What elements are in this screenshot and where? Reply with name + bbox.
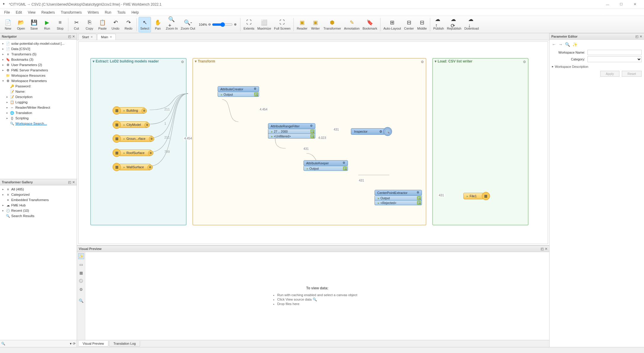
reader-groundsurface[interactable]: ▦▸Groun...rface⚙ [113,134,152,143]
menu-edit[interactable]: Edit [13,10,25,15]
preview-wand-icon[interactable]: ✨ [78,253,84,259]
transformer-attributerangefilter[interactable]: AttributeRangeFilter⚙ ▸27 .. 2000🔍 ▸<Unf… [268,123,315,139]
writer-file1[interactable]: ▸File1 ▦ [463,192,490,200]
reader-wallsurface[interactable]: ▦▸WallSurface⚙ [113,163,151,171]
gallery-item[interactable]: ▸🕘Recent (10) [1,208,76,213]
panel-dock-icon[interactable]: ◰ [68,180,71,184]
middle-button[interactable]: ⊟Middle [416,17,428,32]
nav-back-icon[interactable]: ← [552,42,556,47]
redo-button[interactable]: ↷Redo [122,17,135,32]
center-button[interactable]: ⊟Center [403,17,415,32]
add-bookmark-button[interactable]: 🔖Bookmark [361,17,378,32]
workspace-description-section[interactable]: ▸Workspace Description [552,65,642,68]
nav-item[interactable]: ▸≡Transformers (5) [1,52,76,57]
nav-item[interactable]: ▾⚙Workspace Parameters [1,78,76,84]
gear-icon[interactable]: ⚙ [379,130,382,134]
preview-table-icon[interactable]: ▦ [78,270,84,276]
apply-button[interactable]: Apply [600,71,620,77]
nav-item[interactable]: ▸⚙User Parameters (2) [1,62,76,68]
refresh-icon[interactable]: ⟳ [73,342,76,346]
inspect-icon[interactable]: 🔍 [254,92,258,97]
nav-options-icon[interactable]: ✨ [572,42,577,47]
open-button[interactable]: 📂Open [15,17,27,32]
gear-icon[interactable]: ⚙ [181,60,184,64]
inspect-icon[interactable]: 🔍 [417,201,421,205]
copy-button[interactable]: ⎘Copy [83,17,96,32]
republish-button[interactable]: ☁⟳Republish [446,17,462,32]
menu-help[interactable]: Help [129,10,142,15]
download-button[interactable]: ☁↓Download [463,17,480,32]
menu-tools[interactable]: Tools [114,10,129,15]
gallery-item[interactable]: ▸≡Categorized [1,192,76,197]
tab-start[interactable]: Start× [78,34,97,40]
nav-item[interactable]: ▸⚙FME Server Parameters [1,68,76,73]
canvas[interactable]: ▾Extract: LoD2 building models reader ⚙ … [78,41,548,244]
gear-icon[interactable]: ⚙ [310,124,314,128]
panel-dock-icon[interactable]: ◰ [68,35,71,38]
output-port-unfiltered[interactable]: ▸<Unfiltered>🔍 [268,134,315,139]
menu-writers[interactable]: Writers [85,10,102,15]
preview-source-icon[interactable]: 🔍 [78,298,84,304]
nav-item[interactable]: ▸{}Scripting [1,115,76,121]
tab-close-icon[interactable]: × [110,35,112,39]
nav-item[interactable]: ▸📋Logging [1,100,76,105]
reset-button[interactable]: Reset [622,71,642,77]
panel-close-icon[interactable]: ✕ [72,180,75,184]
transformer-attributecreator[interactable]: AttributeCreator⚙ ▸Output🔍 [218,86,259,97]
gallery-item[interactable]: ▸≡All (485) [1,187,76,192]
panel-dock-icon[interactable]: ◰ [541,247,544,251]
reader-citymodel[interactable]: ▦▸CityModel⚙ [113,121,148,129]
extents-button[interactable]: ⛶Extents [242,17,256,32]
menu-file[interactable]: File [1,10,13,15]
close-button[interactable]: ✕ [628,0,642,9]
tab-main[interactable]: Main× [97,34,116,40]
output-port[interactable]: ▸Output🔍 [375,196,422,200]
gear-icon[interactable]: ⚙ [523,60,526,64]
paste-button[interactable]: 📋Paste [96,17,109,32]
reader-building[interactable]: ▦▸Building⚙ [113,106,145,115]
add-writer-button[interactable]: ▣Writer [309,17,322,32]
add-reader-button[interactable]: ▣Reader [295,17,309,32]
reader-roofsurface[interactable]: ▦▸RoofSurface⚙ [113,149,151,157]
transformer-attributekeeper[interactable]: AttributeKeeper⚙ ▸Output🔍 [303,160,348,171]
maximize-view-button[interactable]: ⬜Maximize [256,17,272,32]
nav-item[interactable]: ▸↔Reader/Writer Redirect [1,105,76,110]
gallery-search-input[interactable] [7,341,69,346]
nav-item[interactable]: ▸🔖Bookmarks (3) [1,57,76,62]
category-select[interactable] [587,56,642,62]
panel-close-icon[interactable]: ✕ [72,35,75,38]
nav-item[interactable]: ▸📝Description [1,94,76,100]
tab-translation-log[interactable]: Translation Log [109,341,140,346]
gear-icon[interactable]: ⚙ [254,87,258,91]
save-button[interactable]: 💾Save [28,17,40,32]
bookmark-collapse-icon[interactable]: ▾ [93,59,94,63]
zoomin-button[interactable]: 🔍+Zoom In [165,17,179,32]
run-button[interactable]: ▶Run [41,17,53,32]
menu-readers[interactable]: Readers [38,10,58,15]
panel-dock-icon[interactable]: ◰ [635,35,638,38]
nav-item[interactable]: ▸🌐Translation [1,110,76,115]
zoomout-button[interactable]: 🔍-Zoom Out [179,17,196,32]
pan-tool-button[interactable]: ✋Pan [152,17,164,32]
autolayout-button[interactable]: ⊞Auto-Layout [382,17,402,32]
panel-close-icon[interactable]: ✕ [640,35,642,38]
preview-options-icon[interactable]: ⚙ [78,286,84,292]
gear-icon[interactable]: ⚙ [417,191,421,195]
workspace-name-input[interactable] [587,50,642,55]
inspect-icon[interactable]: 🔍 [343,166,347,171]
preview-info-icon[interactable]: ⓘ [78,278,84,284]
gallery-item[interactable]: 🔍Search Results [1,213,76,219]
bookmark-collapse-icon[interactable]: ▾ [435,59,436,63]
zoom-plus-button[interactable]: ⊕ [234,23,237,26]
cut-button[interactable]: ✂Cut [70,17,83,32]
gear-icon[interactable]: ⚙ [343,161,347,165]
add-transformer-button[interactable]: ⬢Transformer [322,17,342,32]
search-dropdown-icon[interactable]: ▾ [70,342,72,346]
nav-item[interactable]: 🔍Workspace Search... [1,121,76,126]
nav-item[interactable]: ▸📄solar-potential-city-model-cutout [... [1,41,76,46]
zoom-minus-button[interactable]: ⊖ [208,23,211,26]
tab-close-icon[interactable]: × [91,35,93,39]
transformer-inspector[interactable]: Inspector⚙ 🔍 [351,127,392,136]
zoom-slider[interactable] [212,22,233,27]
minimize-button[interactable]: — [601,0,614,9]
